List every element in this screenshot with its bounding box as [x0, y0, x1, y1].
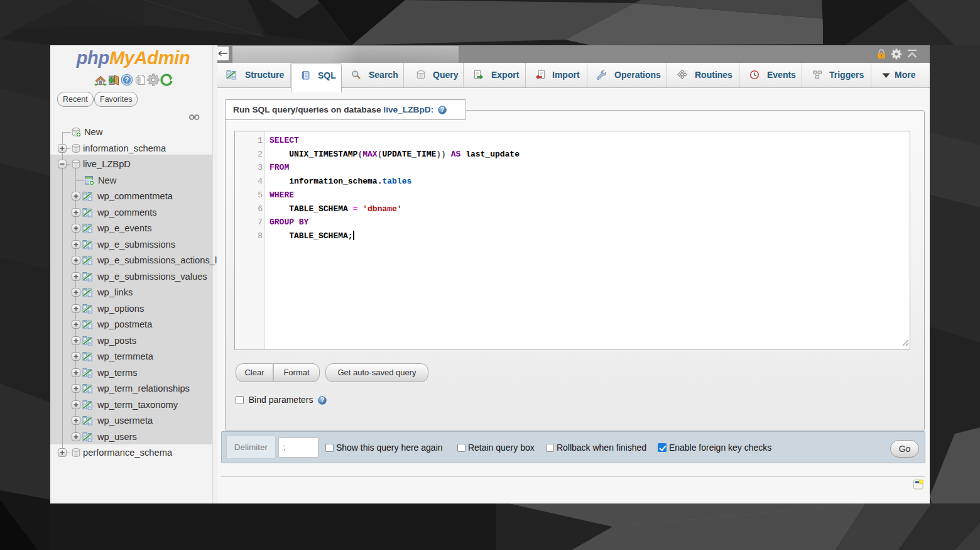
svg-text:?: ?	[124, 76, 128, 84]
